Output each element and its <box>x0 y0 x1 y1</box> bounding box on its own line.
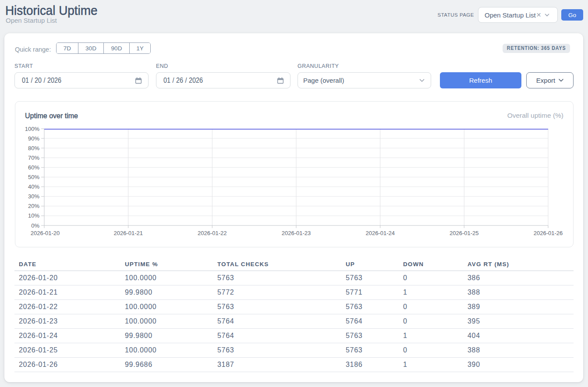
svg-text:0%: 0% <box>31 222 39 229</box>
svg-text:2026-01-20: 2026-01-20 <box>31 230 60 236</box>
svg-text:90%: 90% <box>28 135 39 142</box>
svg-text:70%: 70% <box>28 155 39 161</box>
svg-text:40%: 40% <box>28 183 39 190</box>
svg-text:2026-01-26: 2026-01-26 <box>534 230 563 236</box>
svg-text:60%: 60% <box>28 164 39 171</box>
svg-text:2026-01-21: 2026-01-21 <box>113 230 143 236</box>
svg-text:10%: 10% <box>28 212 39 219</box>
svg-text:20%: 20% <box>28 203 39 209</box>
svg-text:50%: 50% <box>28 174 39 180</box>
svg-text:2026-01-22: 2026-01-22 <box>198 230 227 236</box>
svg-text:100%: 100% <box>25 126 40 132</box>
svg-text:2026-01-24: 2026-01-24 <box>365 230 395 236</box>
svg-text:2026-01-23: 2026-01-23 <box>282 230 311 236</box>
svg-text:80%: 80% <box>28 145 39 151</box>
svg-text:30%: 30% <box>28 193 39 200</box>
svg-text:2026-01-25: 2026-01-25 <box>450 230 479 236</box>
